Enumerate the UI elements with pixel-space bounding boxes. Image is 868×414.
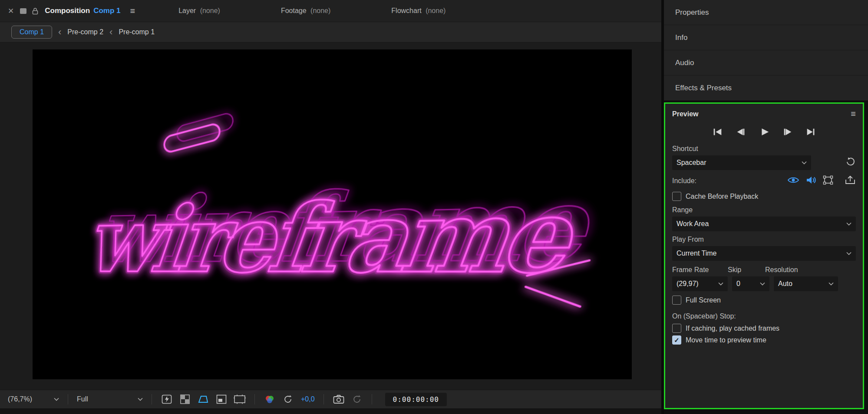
layer-tab-label: Layer (178, 7, 196, 14)
video-include-eye-icon[interactable] (787, 176, 799, 186)
preview-resolution-dropdown[interactable]: Auto (774, 276, 838, 291)
transport-controls (665, 122, 863, 143)
chevron-down-icon (54, 398, 59, 401)
exposure-value[interactable]: +0,0 (301, 395, 315, 403)
fast-previews-icon[interactable] (161, 394, 173, 404)
on-stop-label: On (Spacebar) Stop: (672, 312, 856, 320)
breadcrumb-precomp1[interactable]: Pre-comp 1 (119, 28, 155, 36)
viewer-toolbar: (76,7%) Full (0, 390, 661, 408)
toolbar-divider (68, 394, 68, 404)
breadcrumb: Comp 1 ‹ Pre-comp 2 ‹ Pre-comp 1 (0, 22, 661, 43)
tab-layer[interactable]: Layer (none) (178, 7, 220, 15)
overlays-include-icon[interactable] (823, 175, 833, 187)
render-include-icon[interactable] (845, 175, 856, 187)
panel-thumbnail-icon (20, 8, 26, 14)
include-label: Include: (672, 177, 696, 185)
chevron-left-icon: ‹ (58, 27, 61, 37)
cache-before-playback-label: Cache Before Playback (686, 193, 758, 200)
if-caching-label: If caching, play cached frames (686, 325, 779, 332)
inactive-panel-tabs: Layer (none) Footage (none) Flowchart (n… (178, 7, 446, 15)
tab-footage[interactable]: Footage (none) (281, 7, 330, 15)
close-panel-icon[interactable]: ✕ (8, 7, 14, 16)
full-screen-row: Full Screen (672, 296, 856, 305)
frame-rate-label: Frame Rate (672, 266, 728, 274)
window-edge (0, 408, 661, 414)
cache-before-playback-checkbox[interactable] (672, 192, 681, 201)
flowchart-tab-label: Flowchart (391, 7, 421, 14)
mask-visibility-icon[interactable] (197, 394, 209, 404)
footage-tab-label: Footage (281, 7, 307, 14)
exposure-icon[interactable] (282, 394, 294, 404)
preview-menu-icon[interactable]: ≡ (851, 109, 856, 119)
previous-frame-button[interactable] (734, 127, 747, 137)
chevron-down-icon (718, 282, 723, 286)
sidebar-item-audio[interactable]: Audio (664, 50, 868, 76)
cache-before-playback-row: Cache Before Playback (672, 192, 856, 201)
move-time-row: Move time to preview time (672, 335, 856, 345)
layer-tab-state: (none) (200, 7, 220, 14)
frame-rate-dropdown[interactable]: (29,97) (672, 276, 728, 291)
region-of-interest-icon[interactable] (215, 394, 228, 404)
breadcrumb-precomp2[interactable]: Pre-comp 2 (67, 28, 103, 36)
skip-dropdown[interactable]: 0 (732, 276, 769, 291)
snapshot-icon[interactable] (333, 394, 345, 404)
if-caching-checkbox[interactable] (672, 324, 681, 333)
preview-panel: Preview ≡ (664, 102, 864, 409)
resolution-label: Resolution (765, 266, 798, 274)
audio-include-speaker-icon[interactable] (805, 175, 817, 187)
toolbar-divider (372, 394, 372, 404)
sidebar-item-info[interactable]: Info (664, 25, 868, 50)
resolution-dropdown[interactable]: Full (77, 395, 143, 403)
guides-icon[interactable] (234, 394, 246, 404)
lock-icon[interactable] (32, 7, 39, 15)
go-to-start-button[interactable] (711, 127, 724, 137)
effects-presets-label: Effects & Presets (675, 84, 732, 92)
tab-flowchart[interactable]: Flowchart (none) (391, 7, 446, 15)
composition-viewer[interactable]: wireframe wireframe wireframe (0, 43, 661, 390)
timecode-display[interactable]: 0:00:00:00 (385, 393, 447, 406)
channels-icon[interactable] (264, 394, 276, 404)
chevron-down-icon (828, 282, 834, 286)
composition-tab-name: Comp 1 (93, 7, 120, 15)
tab-composition[interactable]: Composition Comp 1 ≡ (45, 6, 135, 16)
svg-text:wireframe: wireframe (82, 175, 582, 296)
shortcut-label: Shortcut (672, 145, 856, 153)
toolbar-divider (323, 394, 324, 404)
right-sidebar: Properties Info Audio Effects & Presets … (664, 0, 868, 414)
footage-tab-state: (none) (310, 7, 330, 14)
panel-menu-icon[interactable]: ≡ (130, 6, 135, 16)
skip-value: 0 (736, 280, 740, 288)
play-from-label: Play From (672, 236, 856, 243)
shortcut-dropdown[interactable]: Spacebar (672, 155, 811, 170)
play-button[interactable] (758, 127, 771, 137)
toolbar-divider (152, 394, 152, 404)
last-frame-button[interactable] (805, 127, 818, 137)
move-time-checkbox[interactable] (672, 335, 681, 345)
transparency-grid-icon[interactable] (179, 394, 191, 404)
move-time-label: Move time to preview time (686, 336, 766, 344)
resolution-value: Full (77, 395, 88, 403)
chevron-down-icon (760, 282, 765, 286)
full-screen-label: Full Screen (686, 296, 721, 304)
full-screen-checkbox[interactable] (672, 296, 681, 305)
toolbar-divider (254, 394, 255, 404)
shortcut-value: Spacebar (677, 159, 706, 167)
preview-panel-header[interactable]: Preview ≡ (665, 104, 863, 122)
next-frame-button[interactable] (781, 127, 794, 137)
properties-label: Properties (675, 8, 709, 17)
play-from-dropdown[interactable]: Current Time (672, 246, 856, 261)
reset-icon[interactable] (845, 157, 856, 169)
play-from-value: Current Time (677, 250, 716, 257)
breadcrumb-tab-comp1[interactable]: Comp 1 (11, 26, 52, 39)
magnification-zoom-dropdown[interactable]: (76,7%) (8, 395, 59, 403)
range-dropdown[interactable]: Work Area (672, 217, 856, 231)
show-snapshot-icon[interactable] (351, 394, 363, 404)
chevron-down-icon (846, 252, 851, 255)
chevron-down-icon (846, 222, 851, 226)
composition-panel: ✕ Composition Comp 1 ≡ Layer (none) Foot… (0, 0, 664, 414)
sidebar-item-properties[interactable]: Properties (664, 0, 868, 25)
panel-tab-bar: ✕ Composition Comp 1 ≡ Layer (none) Foot… (0, 0, 661, 22)
chevron-down-icon (802, 161, 807, 164)
composition-canvas[interactable]: wireframe wireframe wireframe (33, 49, 632, 379)
sidebar-item-effects-presets[interactable]: Effects & Presets (664, 76, 868, 101)
